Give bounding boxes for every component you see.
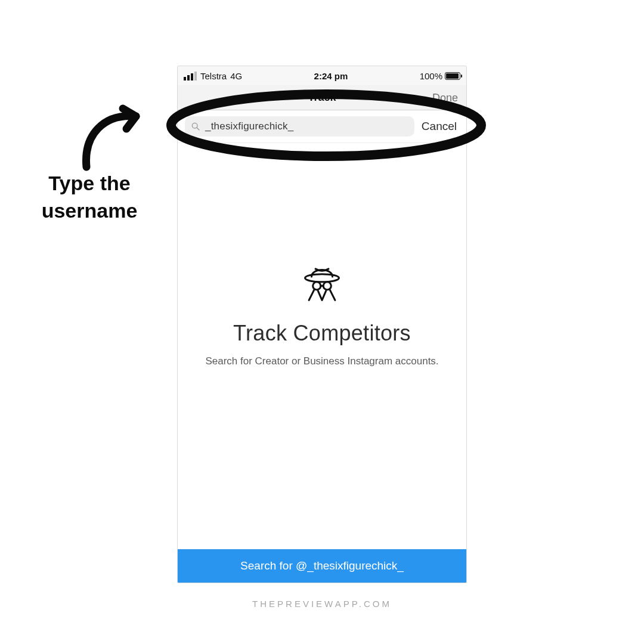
canvas: Telstra 4G 2:24 pm 100% Track Done _thes… <box>0 0 644 644</box>
svg-line-1 <box>197 128 199 130</box>
status-time: 2:24 pm <box>314 71 348 81</box>
watermark: THEPREVIEWAPP.COM <box>0 599 644 609</box>
body-subtitle: Search for Creator or Business Instagram… <box>205 355 438 367</box>
network-label: 4G <box>230 71 242 81</box>
annotation-line1: Type the <box>24 170 155 197</box>
phone-body: Track Competitors Search for Creator or … <box>178 143 466 549</box>
annotation-arrow-icon <box>72 101 155 173</box>
status-right: 100% <box>420 71 460 81</box>
done-button[interactable]: Done <box>432 91 458 104</box>
body-title: Track Competitors <box>233 321 411 346</box>
signal-icon <box>184 72 197 80</box>
page-title: Track <box>308 91 336 104</box>
search-icon <box>191 122 200 131</box>
svg-point-3 <box>313 282 321 290</box>
phone-frame: Telstra 4G 2:24 pm 100% Track Done _thes… <box>177 66 467 583</box>
battery-pct: 100% <box>420 71 442 81</box>
annotation-text: Type the username <box>24 170 155 225</box>
carrier-label: Telstra <box>200 71 227 81</box>
battery-icon <box>445 72 460 80</box>
svg-point-2 <box>305 274 339 282</box>
svg-point-4 <box>323 282 331 290</box>
status-left: Telstra 4G <box>184 71 242 81</box>
annotation-line2: username <box>24 197 155 225</box>
cancel-button[interactable]: Cancel <box>419 120 459 133</box>
search-row: _thesixfigurechick_ Cancel <box>178 110 466 143</box>
nav-bar: Track Done <box>178 85 466 110</box>
search-input[interactable]: _thesixfigurechick_ <box>185 116 414 137</box>
search-input-value: _thesixfigurechick_ <box>205 120 293 132</box>
search-action-button[interactable]: Search for @_thesixfigurechick_ <box>178 549 466 583</box>
spy-icon <box>301 262 343 304</box>
status-bar: Telstra 4G 2:24 pm 100% <box>178 66 466 85</box>
